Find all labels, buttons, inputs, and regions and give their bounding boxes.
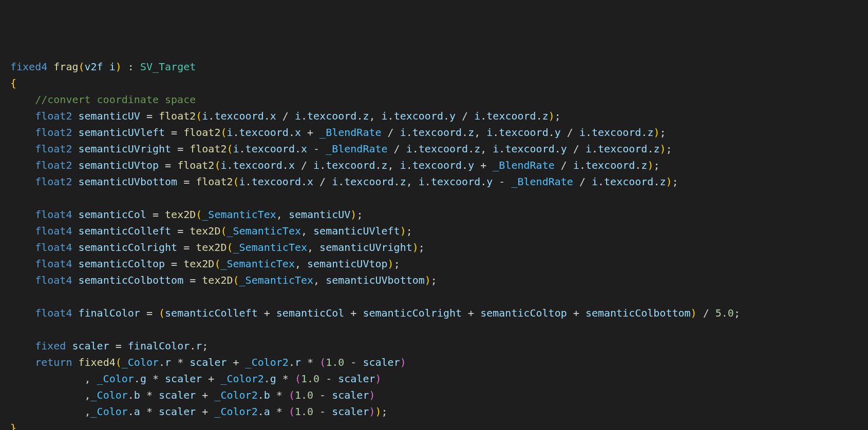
token-id: texcoord	[239, 126, 289, 139]
code-line: float2 semanticUV = float2(i.texcoord.x …	[10, 108, 858, 124]
token-pnc: /	[313, 175, 332, 188]
token-enm: _Color	[91, 405, 128, 418]
token-pnc: ;	[382, 405, 388, 418]
code-line	[10, 321, 858, 338]
token-pk: (	[289, 389, 295, 401]
token-kw: float4	[35, 225, 72, 237]
token-id: i	[400, 126, 406, 139]
token-pnc: .	[289, 356, 295, 368]
token-id: y	[561, 143, 567, 155]
token-pnc: ;	[659, 126, 666, 139]
token-id: texcoord	[412, 159, 462, 171]
token-pnc: .	[134, 373, 140, 385]
token-pnc	[10, 356, 35, 368]
token-pnc	[72, 356, 78, 368]
token-pnc	[10, 258, 35, 270]
token-pnc: .	[641, 126, 647, 139]
token-pnc: =	[183, 274, 202, 286]
token-pnc: -	[307, 143, 326, 155]
code-line: float4 semanticColright = tex2D(_Semanti…	[10, 239, 858, 256]
token-pnc: .	[338, 175, 344, 188]
token-pnc: *	[270, 405, 289, 418]
token-id: x	[289, 159, 295, 171]
token-id: i	[295, 110, 301, 122]
token-id: i	[400, 159, 406, 171]
token-id: z	[653, 143, 659, 155]
token-brk: (	[233, 175, 239, 188]
token-pnc: .	[406, 159, 412, 171]
token-pnc: +	[301, 126, 319, 139]
token-pnc: +	[258, 307, 276, 319]
token-enm: _Color	[97, 373, 134, 385]
token-pnc	[72, 307, 78, 319]
token-brk: (	[227, 241, 233, 253]
token-pnc: .	[227, 159, 233, 171]
token-pnc: -	[344, 356, 363, 368]
token-brk: (	[196, 208, 202, 221]
token-id: x	[270, 110, 276, 122]
token-pnc: ;	[406, 225, 412, 237]
token-pnc: *	[270, 389, 289, 401]
token-id: semanticCol	[276, 307, 344, 319]
token-id: texcoord	[604, 175, 653, 188]
token-pnc: ;	[666, 143, 672, 155]
token-id: semanticCol	[78, 208, 146, 221]
token-id: scaler	[332, 389, 369, 401]
token-pnc: =	[171, 143, 190, 155]
token-pnc: .	[443, 110, 449, 122]
token-id: semanticUVleft	[78, 126, 165, 139]
token-id: r	[165, 356, 171, 368]
token-pnc	[10, 274, 35, 286]
token-pnc: /	[555, 159, 573, 171]
token-brk: )	[350, 208, 356, 221]
token-fn: fixed4	[78, 356, 115, 368]
token-kw: fixed4	[10, 61, 47, 73]
token-pnc	[66, 340, 72, 352]
token-pnc: ;	[672, 175, 678, 188]
token-id: texcoord	[252, 175, 301, 188]
token-pk: (	[295, 373, 301, 385]
token-pnc: ,	[295, 258, 307, 270]
code-line	[10, 288, 858, 305]
token-pnc: +	[462, 307, 480, 319]
token-pnc: =	[177, 175, 196, 188]
token-id: scaler	[338, 373, 375, 385]
token-num: 1.0	[295, 405, 313, 418]
token-pnc: =	[171, 225, 190, 237]
token-id: z	[382, 159, 388, 171]
token-pnc	[72, 208, 78, 221]
token-enm: _Color	[122, 356, 159, 368]
token-enm: _Color2	[214, 405, 257, 418]
token-pnc: .	[319, 159, 326, 171]
token-num: 5.0	[715, 307, 734, 319]
token-pnc: .	[233, 126, 239, 139]
token-pnc: .	[635, 159, 641, 171]
token-pnc: *	[301, 356, 319, 368]
token-pnc	[103, 61, 109, 73]
token-enm: _Color2	[220, 373, 263, 385]
token-id: semanticUVtop	[307, 258, 388, 270]
token-pnc: .	[499, 143, 505, 155]
token-brk: )	[653, 126, 659, 139]
token-brk: (	[220, 225, 227, 237]
token-pnc: ,	[10, 405, 91, 418]
token-id: z	[400, 175, 406, 188]
token-id: z	[659, 175, 666, 188]
token-id: semanticColbottom	[586, 307, 691, 319]
token-id: texcoord	[431, 175, 480, 188]
token-pnc: =	[140, 110, 159, 122]
token-kw: float2	[35, 110, 72, 122]
token-id: texcoord	[246, 143, 295, 155]
token-brk: )	[691, 307, 697, 319]
token-id: i	[220, 159, 227, 171]
token-pnc: .	[462, 126, 468, 139]
token-pnc: *	[146, 373, 165, 385]
code-line: ,_Color.b * scaler + _Color2.b * (1.0 - …	[10, 387, 858, 403]
token-id: i	[493, 143, 499, 155]
token-pnc: .	[493, 126, 499, 139]
token-id: i	[579, 126, 586, 139]
token-pnc: =	[177, 241, 196, 253]
token-kw: float4	[35, 307, 72, 319]
token-id: g	[140, 373, 146, 385]
token-enm: _BlendRate	[319, 126, 381, 139]
